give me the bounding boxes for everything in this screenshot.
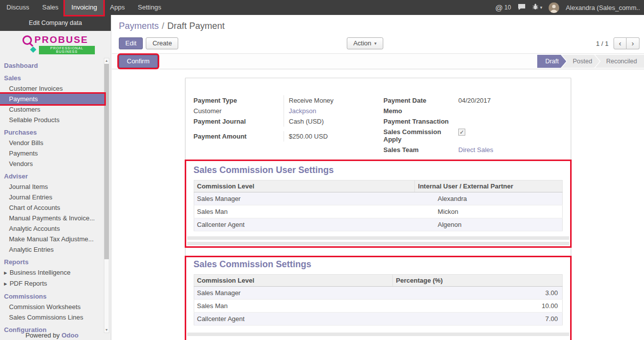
cell-commission-level: Callcenter Agent	[194, 218, 415, 231]
column-header-internal-user[interactable]: Internal User / External Partner	[415, 180, 562, 192]
status-step-reconciled[interactable]: Reconciled	[595, 55, 644, 68]
sidebar-section-dashboard[interactable]: Dashboard	[0, 60, 111, 71]
field-value-customer-link[interactable]: Jackpson	[284, 106, 373, 116]
field-value-sales-team-link[interactable]: Direct Sales	[453, 145, 563, 155]
sidebar-item-pdf-reports[interactable]: ▶PDF Reports	[0, 278, 111, 289]
cell-user: Algenon	[415, 218, 562, 231]
mention-counter[interactable]: @ 10	[495, 3, 511, 12]
empty-rows	[186, 231, 571, 245]
avatar[interactable]	[549, 2, 559, 13]
field-label-sales-team: Sales Team	[383, 145, 453, 155]
sidebar-section-adviser[interactable]: Adviser	[0, 171, 111, 181]
sidebar-item-journal-items[interactable]: Journal Items	[0, 181, 111, 192]
empty-row-bar	[187, 333, 569, 336]
section-title-commission-settings: Sales Commission Settings	[194, 259, 563, 269]
sidebar-section-reports[interactable]: Reports	[0, 257, 111, 267]
sidebar-item-commission-worksheets[interactable]: Commission Worksheets	[0, 302, 111, 312]
sidebar-section-sales[interactable]: Sales	[0, 73, 111, 83]
user-menu[interactable]: Alexandra (Sales_comm..	[566, 4, 640, 11]
edit-company-button[interactable]: Edit Company data	[0, 15, 111, 31]
empty-row-bar	[187, 242, 569, 245]
sidebar-item-vendors[interactable]: Vendors	[0, 159, 111, 169]
column-header-commission-level[interactable]: Commission Level	[194, 180, 415, 192]
debug-menu[interactable]: ▾	[532, 3, 543, 11]
sidebar-item-sellable-products[interactable]: Sellable Products	[0, 115, 111, 125]
cell-percentage: 3.00	[393, 287, 562, 300]
confirm-button[interactable]: Confirm	[119, 55, 158, 68]
table-row[interactable]: Callcenter Agent 7.00	[194, 313, 562, 326]
field-label-payment-journal: Payment Journal	[194, 116, 284, 127]
expand-icon: ▶	[4, 282, 7, 286]
sidebar-item-analytic-entries[interactable]: Analytic Entries	[0, 244, 111, 255]
scroll-up-icon[interactable]: ▲	[104, 58, 109, 63]
sidebar-item-sales-commissions-lines[interactable]: Sales Commissions Lines	[0, 312, 111, 323]
cell-commission-level: Sales Man	[194, 300, 393, 313]
field-value-payment-date: 04/20/2017	[453, 95, 563, 106]
sidebar-item-make-manual-tax-adjustment[interactable]: Make Manual Tax Adjustme...	[0, 234, 111, 244]
form-statusbar: Confirm Draft Posted Reconciled	[112, 53, 644, 69]
field-label-payment-type: Payment Type	[194, 95, 284, 106]
sidebar-section-purchases[interactable]: Purchases	[0, 127, 111, 138]
field-value-payment-amount: $250.00 USD	[284, 131, 373, 142]
powered-by-text: Powered by	[25, 332, 61, 339]
sidebar-item-manual-payments-invoice[interactable]: Manual Payments & Invoice...	[0, 213, 111, 223]
sidebar-item-payments-purchases[interactable]: Payments	[0, 148, 111, 159]
pager: 1 / 1 ‹ ›	[596, 37, 640, 49]
table-row[interactable]: Sales Manager Alexandra	[194, 192, 562, 205]
table-row[interactable]: Sales Manager 3.00	[194, 287, 562, 300]
column-header-commission-level[interactable]: Commission Level	[194, 275, 393, 287]
breadcrumb-payments-link[interactable]: Payments	[119, 21, 159, 31]
status-steps: Draft Posted Reconciled	[537, 55, 644, 68]
sidebar-scrollbar[interactable]: ▲ ▼	[104, 58, 109, 333]
menu-discuss[interactable]: Discuss	[0, 0, 36, 15]
powered-by[interactable]: Powered by Odoo	[0, 332, 104, 339]
status-step-draft[interactable]: Draft	[537, 55, 566, 68]
sidebar-section-commissions[interactable]: Commissions	[0, 291, 111, 302]
action-dropdown[interactable]: Action ▾	[347, 37, 383, 49]
form-group-right: Payment Date 04/20/2017 Memo Payment Tra…	[383, 95, 563, 155]
field-label-payment-date: Payment Date	[383, 95, 453, 106]
scroll-down-icon[interactable]: ▼	[104, 328, 109, 333]
sidebar-item-customer-invoices[interactable]: Customer Invoices	[0, 83, 111, 94]
sidebar-item-analytic-accounts[interactable]: Analytic Accounts	[0, 223, 111, 234]
field-value-payment-transaction	[453, 116, 563, 127]
field-value-memo	[453, 106, 563, 116]
cell-commission-level: Sales Manager	[194, 287, 393, 300]
menu-sales[interactable]: Sales	[36, 0, 65, 15]
sidebar-item-customers[interactable]: Customers	[0, 104, 111, 115]
commission-settings-section: Sales Commission Settings Commission Lev…	[186, 259, 571, 326]
edit-button[interactable]: Edit	[119, 37, 143, 49]
sidebar-item-chart-of-accounts[interactable]: Chart of Accounts	[0, 202, 111, 213]
cell-percentage: 10.00	[393, 300, 562, 313]
sidebar-item-vendor-bills[interactable]: Vendor Bills	[0, 138, 111, 148]
column-header-percentage[interactable]: Percentage (%)	[393, 275, 562, 287]
commission-settings-table: Commission Level Percentage (%) Sales Ma…	[194, 274, 563, 326]
table-row[interactable]: Sales Man 10.00	[194, 300, 562, 313]
status-step-posted[interactable]: Posted	[562, 55, 600, 68]
field-label-payment-transaction: Payment Transaction	[383, 116, 453, 127]
breadcrumb: Payments/Draft Payment	[112, 15, 644, 33]
menu-apps[interactable]: Apps	[103, 0, 131, 15]
form-sheet: Payment Type Receive Money Customer Jack…	[185, 78, 571, 340]
table-row[interactable]: Callcenter Agent Algenon	[194, 218, 562, 231]
table-row[interactable]: Sales Man Mickon	[194, 205, 562, 218]
magnifier-icon	[22, 35, 32, 45]
topbar-right: @ 10 ▾ Alexandra (Sales_comm..	[495, 0, 644, 15]
main-content: Payments/Draft Payment Edit Create Actio…	[112, 15, 644, 340]
pager-next-button[interactable]: ›	[627, 37, 640, 49]
sidebar-item-payments[interactable]: Payments	[0, 94, 104, 104]
pager-previous-button[interactable]: ‹	[614, 37, 627, 49]
scrollbar-thumb[interactable]	[104, 64, 109, 259]
chat-button[interactable]	[518, 3, 526, 12]
sidebar-item-business-intelligence[interactable]: ▶Business Intelligence	[0, 267, 111, 278]
menu-invoicing[interactable]: Invoicing	[65, 0, 103, 15]
menu-settings[interactable]: Settings	[131, 0, 168, 15]
expand-icon: ▶	[4, 271, 7, 275]
bug-icon	[532, 3, 539, 11]
chevron-down-icon: ▾	[374, 41, 377, 46]
sidebar-item-journal-entries[interactable]: Journal Entries	[0, 192, 111, 202]
odoo-brand-link[interactable]: Odoo	[61, 332, 78, 339]
action-label: Action	[353, 39, 371, 47]
sales-commission-apply-checkbox[interactable]: ✓	[458, 129, 465, 136]
create-button[interactable]: Create	[146, 37, 178, 49]
